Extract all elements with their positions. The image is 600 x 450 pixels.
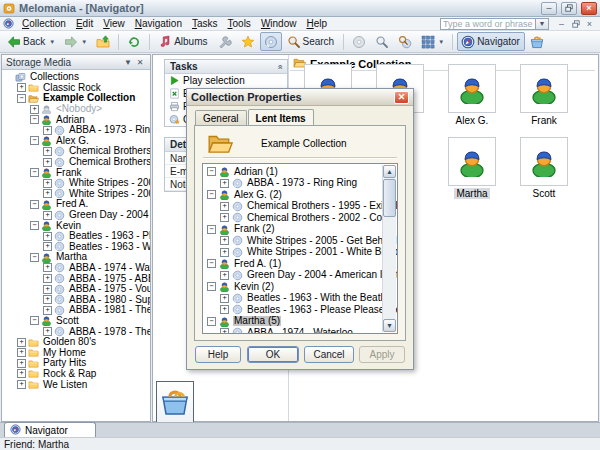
expand-icon[interactable]: +: [30, 105, 39, 114]
tree-item[interactable]: +Beatles - 1963 - Please Please Me: [205, 304, 397, 316]
tree-item[interactable]: −Adrian (1): [205, 166, 397, 178]
tree-item[interactable]: +ABBA - 1975 - Voulez-Vous: [2, 284, 150, 295]
expand-icon[interactable]: +: [17, 369, 26, 378]
tree-item[interactable]: +Beatles - 1963 - With the Beatles: [205, 293, 397, 305]
tree-item[interactable]: +Chemical Brothers - 1995 - Exit Planet …: [205, 201, 397, 213]
back-button[interactable]: Back ▼: [3, 32, 59, 51]
expand-icon[interactable]: +: [43, 211, 52, 220]
tree-item[interactable]: +Classic Rock: [2, 83, 150, 94]
tree-item[interactable]: +Golden 80's: [2, 337, 150, 348]
tree-item[interactable]: +Beatles - 1963 - With the Beatles: [2, 242, 150, 253]
back-dropdown-icon[interactable]: ▼: [49, 39, 55, 45]
tree-item[interactable]: +My Home: [2, 347, 150, 358]
mdi-close-button[interactable]: ×: [583, 18, 596, 30]
tree-item[interactable]: +ABBA - 1980 - Super Trouper: [2, 294, 150, 305]
expand-icon[interactable]: +: [17, 348, 26, 357]
collapse-icon[interactable]: −: [207, 317, 216, 326]
dialog-close-icon[interactable]: ✕: [394, 91, 409, 104]
tree-item[interactable]: +ABBA - 1975 - ABBA: [2, 273, 150, 284]
expand-icon[interactable]: +: [43, 327, 52, 336]
contact-item[interactable]: Frank: [508, 64, 580, 126]
tree-item[interactable]: +Green Day - 2004 - American Idiot: [205, 270, 397, 282]
collapse-icon[interactable]: −: [207, 225, 216, 234]
menu-help[interactable]: Help: [301, 18, 332, 29]
expand-icon[interactable]: +: [17, 359, 26, 368]
tree-item[interactable]: +White Stripes - 2005 - Get Behind Me Sa…: [205, 235, 397, 247]
expand-icon[interactable]: +: [43, 263, 52, 272]
tree-item[interactable]: −Adrian: [2, 114, 150, 125]
view-mode-button[interactable]: ▼: [417, 32, 448, 51]
collapse-icon[interactable]: −: [30, 253, 39, 262]
tree-item[interactable]: −Martha: [2, 252, 150, 263]
tree-item[interactable]: +We Listen: [2, 379, 150, 390]
find-media-button[interactable]: [394, 32, 416, 51]
collapse-icon[interactable]: −: [17, 94, 26, 103]
tree-item[interactable]: +ABBA - 1981 - The Visitors: [2, 305, 150, 316]
tree-item[interactable]: −Frank: [2, 167, 150, 178]
tab-lent-items[interactable]: Lent Items: [248, 109, 314, 125]
tree-item[interactable]: +ABBA - 1973 - Ring Ring: [205, 178, 397, 190]
expand-icon[interactable]: +: [17, 83, 26, 92]
menu-window[interactable]: Window: [256, 18, 302, 29]
basket-item[interactable]: [156, 381, 194, 425]
panel-dropdown-icon[interactable]: ▼: [122, 58, 134, 67]
collapse-icon[interactable]: −: [207, 259, 216, 268]
quick-search-input[interactable]: [440, 18, 536, 30]
expand-icon[interactable]: +: [43, 274, 52, 283]
expand-icon[interactable]: +: [220, 305, 229, 314]
tree-item[interactable]: +White Stripes - 2005 - Get Behind Me Sa…: [2, 189, 150, 200]
tree-item[interactable]: −Martha (5): [205, 316, 397, 328]
tree-item[interactable]: +Beatles - 1963 - Please Please Me: [2, 231, 150, 242]
collapse-icon[interactable]: −: [30, 136, 39, 145]
tools-button[interactable]: [214, 32, 236, 51]
cancel-button[interactable]: Cancel: [304, 346, 354, 363]
expand-icon[interactable]: +: [43, 158, 52, 167]
expand-icon[interactable]: +: [43, 189, 52, 198]
tree-item[interactable]: −Alex G. (2): [205, 189, 397, 201]
tree-item[interactable]: +White Stripes - 2001 - White Blood Cell…: [2, 178, 150, 189]
tasks-panel-header[interactable]: Tasks »: [165, 60, 287, 74]
tree-item[interactable]: +Chemical Brothers - 2002 - Come with Us: [205, 212, 397, 224]
collapse-icon[interactable]: −: [30, 200, 39, 209]
dialog-title-bar[interactable]: Collection Properties ✕: [187, 89, 413, 106]
tree-item[interactable]: +ABBA - 1978 - The Album: [2, 326, 150, 337]
expand-icon[interactable]: +: [220, 271, 229, 280]
expand-icon[interactable]: +: [220, 236, 229, 245]
navigator-button[interactable]: Navigator: [457, 32, 525, 51]
favorites-button[interactable]: [237, 32, 259, 51]
forward-button[interactable]: ▼: [60, 32, 91, 51]
tree-item[interactable]: −Kevin (2): [205, 281, 397, 293]
menu-edit[interactable]: Edit: [71, 18, 98, 29]
scroll-thumb[interactable]: [383, 179, 396, 217]
expand-icon[interactable]: +: [43, 126, 52, 135]
search-button[interactable]: Search: [283, 32, 340, 51]
collapse-icon[interactable]: −: [30, 316, 39, 325]
tree-item[interactable]: +Rock & Rap: [2, 369, 150, 380]
tree-item[interactable]: −Fred A.: [2, 199, 150, 210]
tree-item[interactable]: +Party Hits: [2, 358, 150, 369]
contact-item[interactable]: Scott: [508, 137, 580, 199]
collapse-icon[interactable]: −: [207, 190, 216, 199]
tree-item[interactable]: −Alex G.: [2, 136, 150, 147]
collapse-icon[interactable]: −: [207, 282, 216, 291]
expand-icon[interactable]: +: [43, 285, 52, 294]
expand-icon[interactable]: +: [220, 328, 229, 334]
menu-tasks[interactable]: Tasks: [187, 18, 223, 29]
tree-item[interactable]: −Frank (2): [205, 224, 397, 236]
expand-icon[interactable]: +: [220, 202, 229, 211]
contact-item[interactable]: Alex G.: [436, 64, 508, 126]
albums-button[interactable]: Albums: [154, 32, 212, 51]
contact-avatar-box[interactable]: [520, 64, 568, 113]
panel-close-icon[interactable]: ✕: [134, 58, 146, 67]
collapse-icon[interactable]: −: [30, 221, 39, 230]
tree-item[interactable]: Collections: [2, 72, 150, 83]
help-button[interactable]: Help: [195, 346, 241, 363]
expand-icon[interactable]: +: [17, 380, 26, 389]
tree-item[interactable]: −Kevin: [2, 220, 150, 231]
tree-item[interactable]: +ABBA - 1974 - Waterloo: [205, 327, 397, 334]
tree-item[interactable]: +Chemical Brothers - 2002 - Come with Us: [2, 157, 150, 168]
refresh-button[interactable]: [123, 32, 145, 51]
collapse-icon[interactable]: −: [30, 168, 39, 177]
mdi-minimize-button[interactable]: –: [555, 18, 568, 30]
zoom-button[interactable]: [371, 32, 393, 51]
